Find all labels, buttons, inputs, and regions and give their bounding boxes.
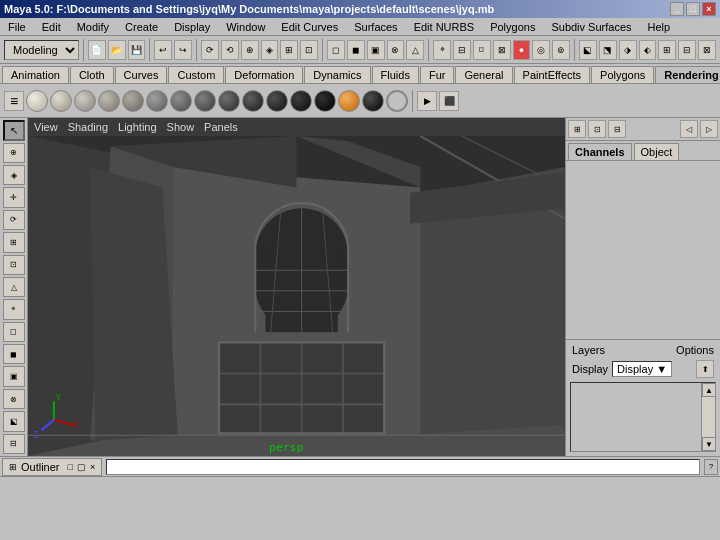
layout-icon5[interactable]: ▷	[700, 120, 718, 138]
menu-subdiv-surfaces[interactable]: Subdiv Surfaces	[547, 20, 635, 34]
menu-polygons[interactable]: Polygons	[486, 20, 539, 34]
icon27[interactable]: ⊟	[678, 40, 696, 60]
tool14[interactable]: ⬕	[3, 411, 25, 431]
options-label[interactable]: Options	[676, 344, 714, 356]
icon17[interactable]: ⌑	[473, 40, 491, 60]
minimize-button[interactable]: _	[670, 2, 684, 16]
menu-create[interactable]: Create	[121, 20, 162, 34]
menu-modify[interactable]: Modify	[73, 20, 113, 34]
menu-help[interactable]: Help	[644, 20, 675, 34]
sphere-circle[interactable]	[386, 90, 408, 112]
close-button[interactable]: ×	[702, 2, 716, 16]
menu-surfaces[interactable]: Surfaces	[350, 20, 401, 34]
icon15[interactable]: ⌖	[433, 40, 451, 60]
tab-general[interactable]: General	[455, 66, 512, 83]
icon13[interactable]: ⊗	[387, 40, 405, 60]
viewport[interactable]: View Shading Lighting Show Panels	[28, 118, 565, 456]
tool11[interactable]: ◼	[3, 344, 25, 364]
outliner-tab[interactable]: ⊞ Outliner □ ▢ ×	[2, 458, 102, 476]
viewport-menu-panels[interactable]: Panels	[204, 121, 238, 133]
undo-button[interactable]: ↩	[154, 40, 172, 60]
icon18[interactable]: ⊠	[493, 40, 511, 60]
viewport-menu-view[interactable]: View	[34, 121, 58, 133]
icon4[interactable]: ⟳	[201, 40, 219, 60]
sphere-black-solid[interactable]	[362, 90, 384, 112]
icon22[interactable]: ⬕	[579, 40, 597, 60]
icon20[interactable]: ◎	[532, 40, 550, 60]
tool15[interactable]: ⊟	[3, 434, 25, 454]
tab-dynamics[interactable]: Dynamics	[304, 66, 370, 83]
sphere-color[interactable]	[338, 90, 360, 112]
tool-scale[interactable]: ⊞	[3, 232, 25, 252]
tool12[interactable]: ▣	[3, 366, 25, 386]
tool10[interactable]: ◻	[3, 322, 25, 342]
tool13[interactable]: ⊗	[3, 389, 25, 409]
sphere-metal[interactable]	[98, 90, 120, 112]
tool9[interactable]: ⌖	[3, 299, 25, 319]
tab-fur[interactable]: Fur	[420, 66, 455, 83]
tab-channels[interactable]: Channels	[568, 143, 632, 160]
sphere-matte[interactable]	[146, 90, 168, 112]
layout-icon4[interactable]: ◁	[680, 120, 698, 138]
icon7[interactable]: ◈	[261, 40, 279, 60]
sphere-darker[interactable]	[194, 90, 216, 112]
viewport-menu-lighting[interactable]: Lighting	[118, 121, 157, 133]
sphere-black4[interactable]	[314, 90, 336, 112]
select-tool[interactable]: ↖	[3, 120, 25, 141]
tab-object[interactable]: Object	[634, 143, 680, 160]
icon16[interactable]: ⊟	[453, 40, 471, 60]
outliner-close-icon[interactable]: ×	[90, 462, 95, 472]
mode-select[interactable]: Modeling Animation Dynamics Rendering	[4, 40, 79, 60]
viewport-menu-show[interactable]: Show	[167, 121, 195, 133]
sphere-black[interactable]	[242, 90, 264, 112]
sphere-dark[interactable]	[170, 90, 192, 112]
menu-edit-curves[interactable]: Edit Curves	[277, 20, 342, 34]
icon23[interactable]: ⬔	[599, 40, 617, 60]
tool7[interactable]: ⊡	[3, 255, 25, 275]
sphere-flat[interactable]	[26, 90, 48, 112]
icon24[interactable]: ⬗	[619, 40, 637, 60]
new-file-button[interactable]: 📄	[88, 40, 106, 60]
scroll-down-button[interactable]: ▼	[702, 437, 716, 451]
sphere-darkest[interactable]	[218, 90, 240, 112]
layout-icon3[interactable]: ⊟	[608, 120, 626, 138]
layout-icon2[interactable]: ⊡	[588, 120, 606, 138]
display-select[interactable]: Display ▼	[612, 361, 672, 377]
icon25[interactable]: ⬖	[639, 40, 657, 60]
sphere-plastic[interactable]	[50, 90, 72, 112]
tab-cloth[interactable]: Cloth	[70, 66, 114, 83]
save-file-button[interactable]: 💾	[128, 40, 146, 60]
menu-edit[interactable]: Edit	[38, 20, 65, 34]
icon11[interactable]: ◼	[347, 40, 365, 60]
scroll-up-button[interactable]: ▲	[702, 383, 716, 397]
render-icon1[interactable]: ▶	[417, 91, 437, 111]
icon21[interactable]: ⊚	[552, 40, 570, 60]
icon6[interactable]: ⊕	[241, 40, 259, 60]
tab-deformation[interactable]: Deformation	[225, 66, 303, 83]
tab-custom[interactable]: Custom	[168, 66, 224, 83]
icon10[interactable]: ◻	[327, 40, 345, 60]
menu-window[interactable]: Window	[222, 20, 269, 34]
viewport-menu-shading[interactable]: Shading	[68, 121, 108, 133]
tool-lasso[interactable]: ⊕	[3, 143, 25, 163]
maximize-button[interactable]: □	[686, 2, 700, 16]
icon14[interactable]: △	[406, 40, 424, 60]
tab-painteffects[interactable]: PaintEffects	[514, 66, 591, 83]
help-icon[interactable]: ?	[704, 459, 718, 475]
layers-up-icon[interactable]: ⬆	[696, 360, 714, 378]
shelf-settings-icon[interactable]: ≡	[4, 91, 24, 111]
icon28[interactable]: ⊠	[698, 40, 716, 60]
tool-move[interactable]: ✛	[3, 187, 25, 207]
icon8[interactable]: ⊞	[280, 40, 298, 60]
menu-file[interactable]: File	[4, 20, 30, 34]
layout-icon1[interactable]: ⊞	[568, 120, 586, 138]
sphere-black3[interactable]	[290, 90, 312, 112]
menu-display[interactable]: Display	[170, 20, 214, 34]
title-bar-buttons[interactable]: _ □ ×	[670, 2, 716, 16]
tool8[interactable]: △	[3, 277, 25, 297]
redo-button[interactable]: ↪	[174, 40, 192, 60]
outliner-minimize-icon[interactable]: □	[68, 462, 73, 472]
icon12[interactable]: ▣	[367, 40, 385, 60]
icon26[interactable]: ⊞	[658, 40, 676, 60]
render-icon2[interactable]: ⬛	[439, 91, 459, 111]
